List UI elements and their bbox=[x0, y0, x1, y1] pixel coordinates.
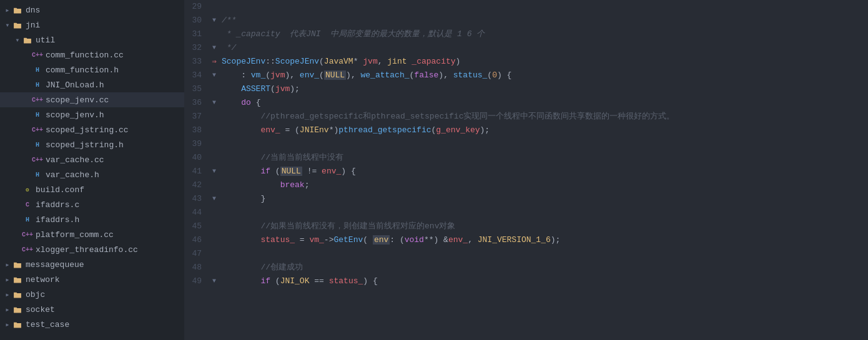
sidebar-item-test-case[interactable]: test_case bbox=[0, 317, 184, 332]
line-content: if (NULL != env_) { bbox=[219, 165, 868, 178]
sidebar-item-ifaddrs-c[interactable]: C ifaddrs.c bbox=[0, 197, 184, 212]
sidebar-item-objc-label: objc bbox=[26, 290, 45, 299]
sidebar-item-util-label: util bbox=[36, 36, 55, 45]
fold-icon-41[interactable]: ▼ bbox=[212, 165, 216, 178]
code-line-41: 41 ▼ if (NULL != env_) { bbox=[184, 165, 868, 178]
sidebar-item-scoped-jstring-h-label: scoped_jstring.h bbox=[46, 140, 124, 150]
tree-arrow-jni bbox=[2, 22, 12, 28]
line-content: //pthread_getspecific和pthread_setspecifi… bbox=[219, 110, 868, 124]
line-content: ScopeJEnv::ScopeJEnv(JavaVM* jvm, jint _… bbox=[219, 55, 868, 69]
file-icon-h4: H bbox=[32, 140, 42, 150]
sidebar-item-comm-function-h[interactable]: H comm_function.h bbox=[0, 62, 184, 77]
tree-arrow-socket bbox=[2, 307, 12, 313]
code-line-42: 42 break; bbox=[184, 178, 868, 192]
sidebar-item-xlogger-threadinfo-cc[interactable]: C++ xlogger_threadinfo.cc bbox=[0, 242, 184, 257]
tree-arrow-dns bbox=[2, 7, 12, 13]
line-content: } bbox=[219, 192, 868, 206]
line-number: 38 bbox=[184, 124, 209, 137]
line-gutter-41[interactable]: ▼ bbox=[209, 165, 219, 178]
line-content: * _capacity 代表JNI 中局部变量的最大的数量，默认是 1 6 个 bbox=[219, 27, 868, 41]
code-editor[interactable]: 29 30 ▼ /** 31 * _capacity 代表JNI 中局部变量的最… bbox=[184, 0, 868, 340]
line-content: */ bbox=[219, 41, 868, 55]
sidebar-item-jni-onload-h-label: JNI_OnLoad.h bbox=[46, 80, 104, 90]
sidebar-item-var-cache-h[interactable]: H var_cache.h bbox=[0, 167, 184, 182]
sidebar-item-test-case-label: test_case bbox=[26, 320, 69, 329]
code-line-32: 32 ▼ */ bbox=[184, 41, 868, 55]
file-icon-h6: H bbox=[22, 215, 32, 225]
line-number: 39 bbox=[184, 137, 209, 151]
sidebar-item-ifaddrs-h[interactable]: H ifaddrs.h bbox=[0, 212, 184, 227]
code-line-46: 46 status_ = vm_->GetEnv( env: (void**) … bbox=[184, 233, 868, 247]
sidebar-item-objc[interactable]: objc bbox=[0, 287, 184, 302]
sidebar-item-network[interactable]: network bbox=[0, 272, 184, 287]
fold-icon-49[interactable]: ▼ bbox=[212, 274, 216, 288]
folder-icon-network bbox=[12, 274, 22, 284]
line-content: status_ = vm_->GetEnv( env: (void**) &en… bbox=[219, 233, 868, 247]
line-gutter-30[interactable]: ▼ bbox=[209, 14, 219, 27]
code-content: 29 30 ▼ /** 31 * _capacity 代表JNI 中局部变量的最… bbox=[184, 0, 868, 288]
tree-arrow-network bbox=[2, 277, 12, 283]
sidebar-item-var-cache-h-label: var_cache.h bbox=[46, 170, 99, 180]
sidebar-item-messagequeue[interactable]: messagequeue bbox=[0, 257, 184, 272]
file-icon-c1: C bbox=[22, 200, 32, 210]
code-line-36: 36 ▼ do { bbox=[184, 96, 868, 110]
code-line-33: 33 ⇒ ScopeJEnv::ScopeJEnv(JavaVM* jvm, j… bbox=[184, 55, 868, 69]
sidebar-item-comm-function-cc[interactable]: C++ comm_function.cc bbox=[0, 47, 184, 62]
fold-icon-43[interactable]: ▼ bbox=[212, 192, 216, 206]
line-content: break; bbox=[219, 178, 868, 192]
line-content: : vm_(jvm), env_(NULL), we_attach_(false… bbox=[219, 69, 868, 82]
sidebar-item-scope-jenv-cc[interactable]: C++ scope_jenv.cc bbox=[0, 92, 184, 107]
sidebar-item-socket[interactable]: socket bbox=[0, 302, 184, 317]
line-number: 44 bbox=[184, 206, 209, 220]
sidebar-item-var-cache-cc[interactable]: C++ var_cache.cc bbox=[0, 152, 184, 167]
line-number: 37 bbox=[184, 110, 209, 124]
file-tree[interactable]: dns jni util C++ comm_function.cc H comm… bbox=[0, 0, 184, 340]
sidebar-item-dns[interactable]: dns bbox=[0, 2, 184, 17]
sidebar-item-jni[interactable]: jni bbox=[0, 17, 184, 32]
sidebar-item-xlogger-threadinfo-cc-label: xlogger_threadinfo.cc bbox=[36, 245, 138, 255]
file-icon-cc4: C++ bbox=[32, 155, 42, 165]
line-number: 47 bbox=[184, 247, 209, 261]
sidebar-item-scope-jenv-cc-label: scope_jenv.cc bbox=[46, 95, 109, 105]
tree-arrow-messagequeue bbox=[2, 262, 12, 268]
code-line-38: 38 env_ = (JNIEnv*)pthread_getspecific(g… bbox=[184, 124, 868, 137]
sidebar-item-jni-label: jni bbox=[26, 21, 40, 30]
code-line-43: 43 ▼ } bbox=[184, 192, 868, 206]
folder-icon-objc bbox=[12, 289, 22, 299]
line-gutter-43[interactable]: ▼ bbox=[209, 192, 219, 206]
sidebar-item-jni-onload-h[interactable]: H JNI_OnLoad.h bbox=[0, 77, 184, 92]
sidebar-item-scope-jenv-h[interactable]: H scope_jenv.h bbox=[0, 107, 184, 122]
line-number: 32 bbox=[184, 41, 209, 55]
file-icon-h5: H bbox=[32, 170, 42, 180]
code-line-44: 44 bbox=[184, 206, 868, 220]
line-number: 36 bbox=[184, 96, 209, 110]
fold-icon-36[interactable]: ▼ bbox=[212, 96, 216, 110]
line-content: env_ = (JNIEnv*)pthread_getspecific(g_en… bbox=[219, 124, 868, 137]
sidebar-item-platform-comm-cc[interactable]: C++ platform_comm.cc bbox=[0, 227, 184, 242]
line-gutter-32[interactable]: ▼ bbox=[209, 41, 219, 55]
line-gutter-49[interactable]: ▼ bbox=[209, 274, 219, 288]
sidebar-item-dns-label: dns bbox=[26, 6, 40, 15]
code-line-45: 45 //如果当前线程没有，则创建当前线程对应的env对象 bbox=[184, 220, 868, 233]
tree-arrow-util bbox=[12, 37, 22, 43]
fold-icon-32[interactable]: ▼ bbox=[212, 41, 216, 55]
file-icon-cc6: C++ bbox=[22, 245, 32, 255]
line-gutter-36[interactable]: ▼ bbox=[209, 96, 219, 110]
sidebar-item-scoped-jstring-cc[interactable]: C++ scoped_jstring.cc bbox=[0, 122, 184, 137]
file-icon-cc3: C++ bbox=[32, 125, 42, 135]
code-line-49: 49 ▼ if (JNI_OK == status_) { bbox=[184, 274, 868, 288]
sidebar-item-scoped-jstring-h[interactable]: H scoped_jstring.h bbox=[0, 137, 184, 152]
line-number: 41 bbox=[184, 165, 209, 178]
line-content: //创建成功 bbox=[219, 261, 868, 274]
fold-icon-30[interactable]: ▼ bbox=[212, 14, 216, 27]
code-line-30: 30 ▼ /** bbox=[184, 14, 868, 27]
sidebar-item-ifaddrs-h-label: ifaddrs.h bbox=[36, 215, 79, 225]
breakpoint-arrow-33: ⇒ bbox=[212, 55, 216, 69]
code-line-29: 29 bbox=[184, 0, 868, 14]
folder-icon-util bbox=[22, 35, 32, 45]
folder-icon-socket bbox=[12, 304, 22, 314]
fold-icon-34[interactable]: ▼ bbox=[212, 69, 216, 82]
sidebar-item-util[interactable]: util bbox=[0, 32, 184, 47]
sidebar-item-build-conf[interactable]: ⚙ build.conf bbox=[0, 182, 184, 197]
line-gutter-34[interactable]: ▼ bbox=[209, 69, 219, 82]
